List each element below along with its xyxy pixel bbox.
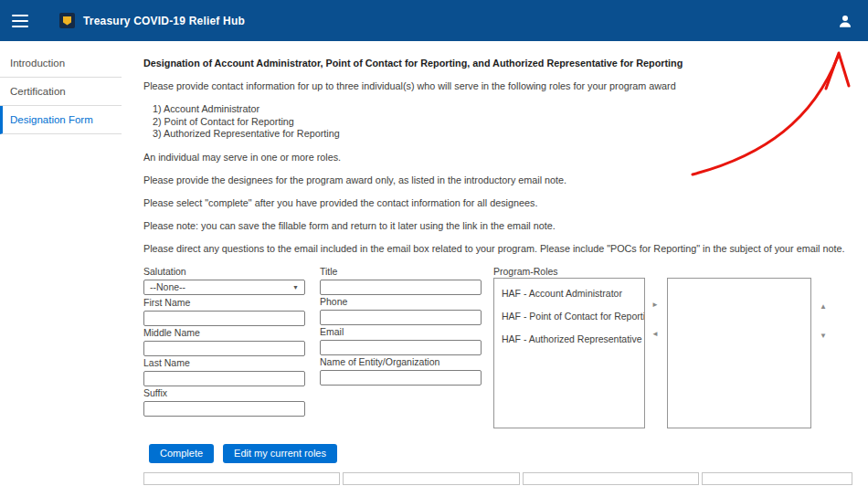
program-roles-selected-listbox[interactable]	[667, 278, 811, 428]
paragraph: Please note: you can save the fillable f…	[143, 220, 856, 232]
last-name-field[interactable]	[143, 371, 305, 386]
email-field[interactable]	[320, 340, 482, 355]
suffix-label: Suffix	[143, 387, 305, 398]
designation-form: Salutation --None-- ▼ First Name Middle …	[143, 266, 856, 486]
salutation-select[interactable]: --None-- ▼	[143, 280, 305, 295]
table-cell	[143, 472, 340, 485]
shield-icon	[63, 16, 71, 26]
title-label: Title	[320, 266, 482, 277]
table-cell	[702, 472, 852, 485]
action-buttons: Complete Edit my current roles	[149, 444, 337, 463]
paragraph: Please select "complete" after you have …	[143, 197, 856, 209]
first-name-field[interactable]	[143, 311, 305, 326]
entity-label: Name of Entity/Organization	[320, 356, 482, 367]
sidebar-item-designation-form[interactable]: Designation Form	[0, 106, 122, 134]
page: Treasury COVID-19 Relief Hub Introductio…	[0, 0, 868, 486]
move-right-icon[interactable]: ►	[651, 301, 659, 309]
top-bar: Treasury COVID-19 Relief Hub	[0, 0, 868, 41]
sidebar-item-certification[interactable]: Certification	[0, 78, 122, 106]
table-top-edge	[143, 472, 852, 485]
phone-field[interactable]	[320, 310, 482, 325]
roles-list: 1) Account Administrator 2) Point of Con…	[153, 103, 856, 141]
email-label: Email	[320, 326, 482, 337]
middle-name-label: Middle Name	[143, 327, 305, 338]
suffix-field[interactable]	[143, 401, 305, 417]
salutation-value: --None--	[150, 281, 185, 292]
last-name-label: Last Name	[143, 357, 305, 368]
move-down-icon[interactable]: ▼	[820, 333, 827, 340]
roles-list-item: 2) Point of Contact for Reporting	[153, 116, 856, 129]
move-up-icon[interactable]: ▲	[820, 303, 827, 311]
edit-roles-button[interactable]: Edit my current roles	[223, 444, 337, 463]
program-roles-available-listbox[interactable]: HAF - Account Administrator HAF - Point …	[493, 278, 645, 428]
title-field[interactable]	[320, 280, 482, 295]
program-role-option[interactable]: HAF - Account Administrator	[494, 282, 644, 305]
middle-name-field[interactable]	[143, 341, 305, 356]
move-left-icon[interactable]: ◄	[651, 331, 659, 338]
entity-field[interactable]	[320, 370, 482, 386]
program-role-option[interactable]: HAF - Authorized Representative fo...	[494, 328, 644, 351]
sidebar-item-introduction[interactable]: Introduction	[0, 49, 122, 78]
program-role-option[interactable]: HAF - Point of Contact for Reporting	[494, 305, 644, 328]
paragraph: An individual may serve in one or more r…	[143, 152, 856, 164]
app-title: Treasury COVID-19 Relief Hub	[83, 15, 245, 27]
menu-icon[interactable]	[12, 15, 28, 27]
page-title: Designation of Account Administrator, Po…	[143, 58, 856, 69]
user-avatar-icon[interactable]	[837, 13, 853, 29]
paragraph: Please provide the designees for the pro…	[143, 174, 856, 186]
sidebar: Introduction Certification Designation F…	[0, 41, 122, 134]
phone-label: Phone	[320, 296, 482, 307]
complete-button[interactable]: Complete	[149, 444, 214, 463]
first-name-label: First Name	[143, 297, 305, 308]
roles-list-item: 1) Account Administrator	[153, 103, 856, 116]
intro-text: Please provide contact information for u…	[143, 80, 856, 92]
program-roles-label: Program-Roles	[493, 266, 558, 277]
table-cell	[343, 472, 520, 485]
treasury-logo-icon	[59, 13, 75, 28]
table-cell	[523, 472, 699, 485]
paragraph: Please direct any questions to the email…	[143, 243, 856, 255]
roles-list-item: 3) Authorized Representative for Reporti…	[153, 128, 856, 141]
salutation-label: Salutation	[143, 266, 305, 277]
chevron-down-icon: ▼	[292, 284, 299, 291]
main-content: Designation of Account Administrator, Po…	[143, 58, 856, 486]
